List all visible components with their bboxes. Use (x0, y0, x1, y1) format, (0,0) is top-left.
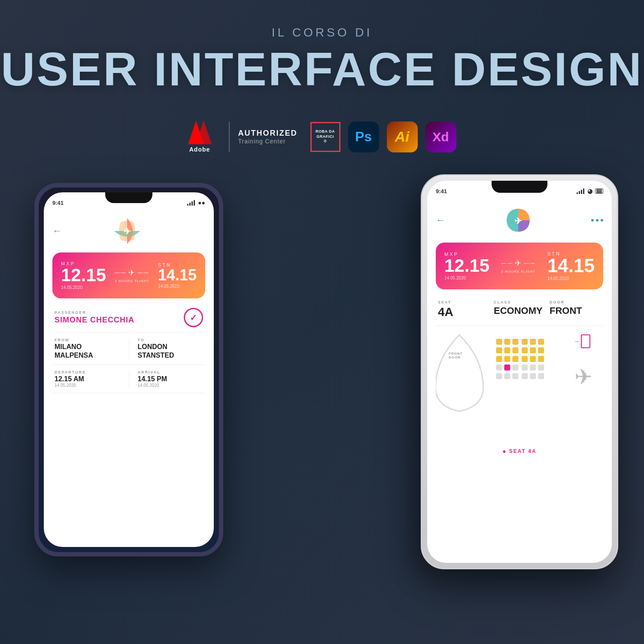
front-notch (492, 181, 547, 193)
seat-dot[interactable] (496, 356, 502, 362)
back-to-airport: STANSTED (138, 352, 204, 359)
front-back-arrow-icon[interactable]: ← (436, 215, 445, 226)
back-passenger-block: PASSENGER SIMONE CHECCHIA (55, 310, 134, 325)
seat-dot[interactable] (522, 365, 528, 371)
back-from-time: 12.15 (61, 266, 106, 284)
seat-dot[interactable] (530, 356, 536, 362)
phone-back: 9:41 ●● ← (34, 183, 223, 556)
door-area: → (574, 334, 590, 348)
back-to-city: LONDON (138, 343, 204, 351)
front-flight-card-row: MXP 12.15 14.05.2020 —— ✈ —— 2 HOURS FLI… (444, 251, 595, 281)
back-to-time: 14.15 (158, 267, 197, 283)
back-passenger-section: PASSENGER SIMONE CHECCHIA ✓ (52, 303, 205, 333)
back-arrow-icon[interactable]: ← (52, 225, 62, 237)
col-divider (129, 338, 129, 359)
front-class-label: CLASS (494, 300, 545, 304)
front-to-block: STN 14.15 14.05.2020 (547, 251, 595, 281)
back-to-date: 14.05.2020 (158, 284, 197, 289)
front-from-time: 12.15 (444, 257, 489, 275)
seat-dot[interactable] (512, 356, 518, 362)
seat-dot[interactable] (496, 373, 502, 379)
ai-label: Ai (395, 128, 410, 145)
roba-badge: ROBA DAGRAFICI® (310, 122, 340, 152)
seat-dot[interactable] (512, 373, 518, 379)
dots-menu[interactable] (591, 219, 603, 222)
dot3 (601, 219, 603, 222)
xd-badge: Xd (425, 122, 456, 152)
front-seat-value: 4A (438, 305, 489, 319)
seat-dot[interactable] (538, 339, 544, 345)
seat-dot[interactable] (512, 365, 518, 371)
back-to-code: STN (158, 262, 197, 267)
col-divider2 (129, 370, 129, 388)
header: IL CORSO DI USER INTERFACE DESIGN (0, 0, 644, 108)
front-flight-middle: —— ✈ —— 2 HOURS FLIGHT (501, 258, 536, 273)
seat-dot[interactable] (522, 347, 528, 353)
door-arrow-row: → (574, 334, 590, 348)
seat-dot[interactable] (538, 356, 544, 362)
adobe-logo: Adobe (188, 121, 212, 153)
seat-dot-selected[interactable] (504, 365, 510, 371)
seat-map-area: → ✈ FRONTDOOR ● SEAT 4A (436, 326, 603, 463)
seat-dot[interactable] (530, 339, 536, 345)
seat-dot[interactable] (530, 347, 536, 353)
seat-dot[interactable] (530, 365, 536, 371)
seat-dot[interactable] (538, 347, 544, 353)
back-app-content: ← ✈ MXP 12.15 (44, 210, 214, 398)
seat-dot[interactable] (522, 356, 528, 362)
seat-grid-left (496, 339, 518, 379)
back-to-label: TO (138, 338, 204, 342)
front-seat-label: SEAT (438, 300, 489, 304)
front-from-date: 14.05.2020 (444, 276, 489, 280)
front-status-time: 9:41 (436, 188, 447, 194)
back-nav: ← ✈ (52, 214, 205, 248)
back-from-code: MXP (61, 261, 106, 266)
seat-dot[interactable] (530, 373, 536, 379)
back-dep-date: 14.05.2020 (55, 383, 120, 388)
logos-row: Adobe AUTHORIZED Training Center ROBA DA… (0, 121, 644, 153)
back-arr-col: ARRIVAL 14.15 PM 14.05.2020 (138, 370, 204, 388)
roba-badge-text: ROBA DAGRAFICI® (316, 129, 335, 144)
front-to-date: 14.05.2020 (547, 276, 595, 281)
front-seat-row: SEAT 4A CLASS ECONOMY DOOR FRONT (436, 294, 603, 326)
seat-dot[interactable] (512, 339, 518, 345)
front-class-col: CLASS ECONOMY (494, 300, 545, 319)
front-status-icons: ◕ ▓▓ (577, 188, 603, 194)
seat-dot[interactable] (522, 339, 528, 345)
front-app-content: ← ✈ (427, 198, 612, 468)
seat-dot[interactable] (504, 339, 510, 345)
back-flight-middle: —— ✈ —— 2 HOURS FLIGHT (115, 268, 149, 283)
seat-grid-right (522, 339, 544, 379)
back-arr-label: ARRIVAL (138, 370, 204, 374)
front-class-value: ECONOMY (494, 305, 545, 316)
ps-badge: Ps (348, 122, 379, 152)
seat-dot[interactable] (512, 347, 518, 353)
xd-label: Xd (432, 130, 449, 144)
seat-dot[interactable] (538, 365, 544, 371)
back-to-col: TO LONDON STANSTED (138, 338, 204, 359)
authorized-block: AUTHORIZED Training Center (238, 129, 298, 145)
front-door-label: DOOR (550, 300, 601, 304)
back-from-date: 14.05.2020 (61, 285, 106, 290)
back-from-to-row: FROM MILANO MALPENSA TO LONDON STANSTED (52, 333, 205, 365)
front-from-code: MXP (444, 252, 489, 257)
seat-dot[interactable] (504, 356, 510, 362)
back-from-block: MXP 12.15 14.05.2020 (61, 261, 106, 290)
front-flight-line: —— ✈ —— (501, 258, 536, 268)
back-flight-line: —— ✈ —— (115, 268, 149, 277)
dot1 (591, 219, 594, 222)
seat-dot[interactable] (496, 339, 502, 345)
seat-dot[interactable] (496, 347, 502, 353)
front-flight-card: MXP 12.15 14.05.2020 —— ✈ —— 2 HOURS FLI… (436, 243, 603, 289)
back-arr-date: 14.05.2020 (138, 383, 204, 388)
seat-dot[interactable] (496, 365, 502, 371)
front-door-map-label: FRONTDOOR (449, 352, 463, 359)
seat-dot[interactable] (504, 347, 510, 353)
seat-dot[interactable] (538, 373, 544, 379)
back-dep-col: DEPARTURE 12.15 AM 14.05.2020 (55, 370, 120, 388)
signal-icon (187, 200, 195, 206)
back-from-label: FROM (55, 338, 120, 342)
seat-dot[interactable] (504, 373, 510, 379)
front-duration: 2 HOURS FLIGHT (501, 270, 535, 273)
seat-dot[interactable] (522, 373, 528, 379)
